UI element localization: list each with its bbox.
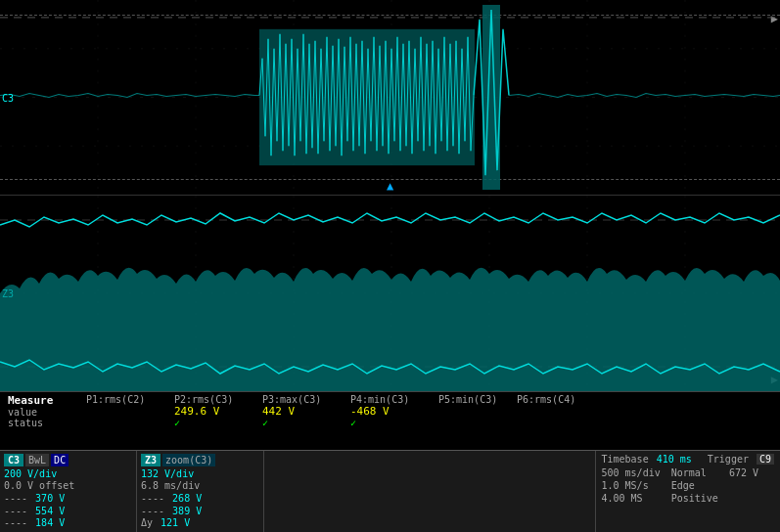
p1-section: P1:rms(C2) (78, 394, 166, 405)
trigger-channel-box: C9 (757, 454, 774, 465)
z3-min-value: 121 V (161, 517, 190, 528)
c3-mid-row: ---- 554 V (4, 505, 132, 517)
z3-offset-row: 6.8 ms/div (141, 480, 259, 493)
trigger-type-label: Edge (671, 480, 723, 491)
c3-mid-label: ---- (4, 506, 27, 516)
p5-section: P5:min(C3) (431, 394, 509, 405)
trigger-slope-label: Positive (671, 493, 723, 504)
z3-min-row: Δy 121 V (141, 516, 259, 529)
measure-label-section: Measure value status (0, 394, 78, 428)
z3-channel-tag: Z3 (2, 288, 14, 299)
c3-header: C3 BwL DC (4, 454, 132, 466)
measure-title: Measure (8, 394, 70, 407)
timebase-details: 500 ms/div Normal 672 V 1.0 MS/s Edge 4.… (602, 467, 775, 504)
c3-max-label: ---- (4, 493, 27, 504)
bottom-waveform-area: Z3 ▶ (0, 196, 780, 391)
p6-section: P6:rms(C4) (509, 394, 587, 405)
z3-mid-row: ---- 389 V (141, 505, 259, 517)
timebase-value: 410 ms (657, 454, 692, 465)
c3-offset-row: 0.0 V offset (4, 480, 132, 493)
p2-check: ✓ (174, 418, 247, 428)
z3-offset-value: 6.8 ms/div (141, 480, 200, 491)
empty1 (769, 467, 774, 478)
measure-value-label: value (8, 407, 70, 418)
sample-rate-label: 1.0 MS/s (602, 480, 665, 491)
top-waveform-area: C3 ▶ (0, 0, 780, 196)
c3-dashes-row: ---- 370 V (4, 492, 132, 505)
z3-max-label: ---- (141, 493, 164, 504)
c3-min-value: 184 V (35, 517, 65, 528)
p4-label: P4:min(C3) (350, 394, 423, 405)
p1-label: P1:rms(C2) (86, 394, 159, 405)
p2-value: 249.6 V (174, 405, 247, 418)
c3-offset-value: 0.0 V offset (4, 480, 74, 491)
c3-info-block: C3 BwL DC 200 V/div 0.0 V offset ---- 37… (0, 451, 137, 532)
c3-dc-tag: DC (51, 454, 69, 466)
p5-label: P5:min(C3) (438, 394, 501, 405)
c3-min-label: ---- (4, 517, 27, 528)
sample-rate2: 4.00 MS (602, 493, 665, 504)
timebase-trigger-block: Timebase 410 ms Trigger C9 500 ms/div No… (595, 451, 781, 532)
z3-volt-row: 132 V/div (141, 467, 259, 480)
z3-label: Z3 (141, 454, 161, 466)
c3-max-value: 370 V (35, 493, 65, 504)
trigger-level-value: 672 V (729, 467, 763, 478)
c3-label: C3 (4, 454, 23, 466)
measure-status-label: status (8, 418, 70, 428)
c3-volt-value: 200 V/div (4, 468, 57, 479)
top-waveform-svg (0, 0, 780, 195)
z3-max-value: 268 V (172, 493, 202, 504)
timebase-row: Timebase 410 ms Trigger C9 (602, 454, 775, 465)
trigger-label: Trigger (708, 454, 749, 465)
p2-label: P2:rms(C3) (174, 394, 247, 405)
c3-bwl-tag: BwL (25, 454, 49, 466)
z3-volt-value: 132 V/div (141, 468, 194, 479)
time-per-div-label: 500 ms/div (602, 467, 665, 478)
bottom-waveform-svg (0, 196, 780, 391)
trigger-mode-label: Normal (671, 467, 723, 478)
status-bar: C3 BwL DC 200 V/div 0.0 V offset ---- 37… (0, 450, 780, 532)
z3-dashes-row: ---- 268 V (141, 492, 259, 505)
p3-section: P3:max(C3) 442 V ✓ (254, 394, 343, 428)
c3-min-row: ---- 184 V (4, 516, 132, 529)
p3-label: P3:max(C3) (262, 394, 335, 405)
measure-bar: Measure value status P1:rms(C2) P2:rms(C… (0, 391, 780, 450)
c3-mid-value: 554 V (35, 506, 65, 516)
z3-mid-value: 389 V (172, 506, 202, 516)
p3-check: ✓ (262, 418, 335, 428)
timebase-label: Timebase (602, 454, 649, 465)
z3-mid-label: ---- (141, 506, 164, 516)
c3-volt-row: 200 V/div (4, 467, 132, 480)
p6-label: P6:rms(C4) (517, 394, 579, 405)
z3-zoom-tag: zoom(C3) (162, 454, 215, 466)
p3-value: 442 V (262, 405, 335, 418)
empty3 (769, 480, 774, 491)
oscilloscope: C3 ▶ (0, 0, 780, 532)
z3-info-block: Z3 zoom(C3) 132 V/div 6.8 ms/div ---- 26… (137, 451, 264, 532)
empty2 (729, 480, 763, 491)
trigger-marker: ▲ (387, 179, 393, 193)
z3-min-label: Δy (141, 517, 153, 528)
p4-section: P4:min(C3) -468 V ✓ (343, 394, 431, 428)
c3-channel-tag: C3 (2, 92, 14, 103)
p4-value: -468 V (350, 405, 423, 418)
p2-section: P2:rms(C3) 249.6 V ✓ (166, 394, 254, 428)
z3-header: Z3 zoom(C3) (141, 454, 259, 466)
spacer (264, 451, 595, 532)
p4-check: ✓ (350, 418, 423, 428)
